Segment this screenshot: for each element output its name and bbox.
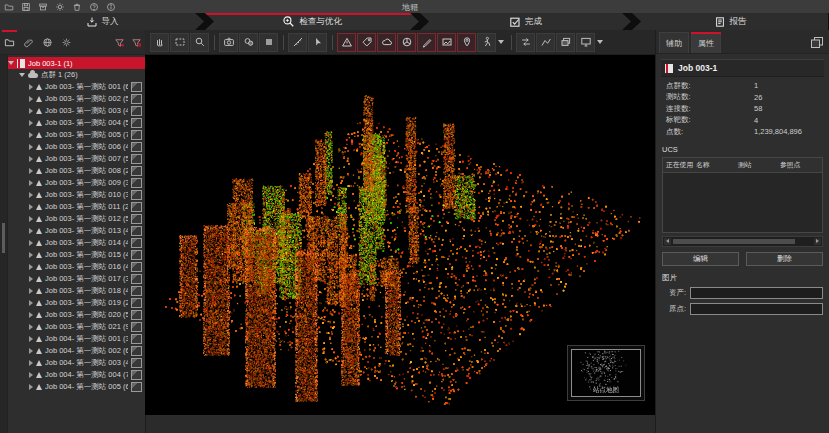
image-thumbnail-icon[interactable]	[131, 82, 142, 92]
tree-station-row[interactable]: Job 004- 第一测站 002 (6)	[8, 345, 145, 357]
caret-collapsed-icon[interactable]	[29, 300, 33, 306]
caret-collapsed-icon[interactable]	[29, 168, 33, 174]
image-thumbnail-icon[interactable]	[131, 346, 142, 356]
caret-collapsed-icon[interactable]	[29, 336, 33, 342]
image-thumbnail-icon[interactable]	[131, 310, 142, 320]
caret-collapsed-icon[interactable]	[29, 144, 33, 150]
tree-station-row[interactable]: Job 003- 第一测站 009 (3)	[8, 177, 145, 189]
tab-properties[interactable]: 属性	[691, 32, 721, 53]
tree-scrollbar-thumb[interactable]	[2, 223, 5, 253]
image-thumbnail-icon[interactable]	[131, 94, 142, 104]
caret-collapsed-icon[interactable]	[29, 288, 33, 294]
delete-trash-icon[interactable]	[68, 0, 85, 13]
tree-station-row[interactable]: Job 003- 第一测站 019 (2)	[8, 297, 145, 309]
screen-capture-icon[interactable]	[576, 33, 595, 52]
settings-tab-icon[interactable]	[57, 30, 76, 54]
delete-button[interactable]: 删除	[746, 252, 823, 266]
image-thumbnail-icon[interactable]	[131, 142, 142, 152]
tree-station-row[interactable]: Job 003- 第一测站 006 (4)	[8, 141, 145, 153]
cube-view-icon[interactable]	[259, 33, 278, 52]
caret-collapsed-icon[interactable]	[29, 216, 33, 222]
tree-station-row[interactable]: Job 003- 第一测站 007 (5)	[8, 153, 145, 165]
caret-collapsed-icon[interactable]	[29, 204, 33, 210]
caret-collapsed-icon[interactable]	[29, 228, 33, 234]
mark-issue-icon[interactable]	[337, 33, 356, 52]
tree-station-row[interactable]: Job 003- 第一测站 010 (3)	[8, 189, 145, 201]
settings-gear-icon[interactable]	[51, 0, 68, 13]
snapshot-camera-icon[interactable]	[219, 33, 238, 52]
minimap-panel[interactable]: 站点地图	[567, 345, 645, 401]
project-tree-tab-icon[interactable]	[0, 30, 19, 54]
workflow-stage-inspect[interactable]: 检查与优化	[205, 13, 419, 30]
pan-icon[interactable]	[150, 33, 169, 52]
image-annotation-icon[interactable]	[437, 33, 456, 52]
filter-image-icon[interactable]	[128, 30, 145, 54]
caret-collapsed-icon[interactable]	[29, 360, 33, 366]
open-project-icon[interactable]	[0, 0, 17, 13]
screen-capture-dropdown-icon[interactable]	[597, 40, 603, 44]
image-thumbnail-icon[interactable]	[131, 238, 142, 248]
geotag-icon[interactable]	[457, 33, 476, 52]
tree-station-row[interactable]: Job 003- 第一测站 014 (4)	[8, 237, 145, 249]
info-icon[interactable]	[102, 0, 119, 13]
image-thumbnail-icon[interactable]	[131, 274, 142, 284]
caret-expanded-icon[interactable]	[19, 73, 25, 77]
workflow-stage-report[interactable]: 报告	[632, 13, 828, 30]
scrollbar-thumb[interactable]	[673, 239, 795, 244]
scroll-right-icon[interactable]	[814, 238, 821, 245]
image-thumbnail-icon[interactable]	[131, 214, 142, 224]
tree-group-row[interactable]: 点群 1 (26)	[8, 69, 145, 81]
tree-station-row[interactable]: Job 004- 第一测站 004 (7)	[8, 369, 145, 381]
overlap-images-icon[interactable]	[556, 33, 575, 52]
image-thumbnail-icon[interactable]	[131, 166, 142, 176]
caret-collapsed-icon[interactable]	[29, 276, 33, 282]
link-tab-icon[interactable]	[19, 30, 38, 54]
walkthrough-dropdown-icon[interactable]	[498, 40, 504, 44]
tree-station-row[interactable]: Job 003- 第一测站 004 (5)	[8, 117, 145, 129]
caret-collapsed-icon[interactable]	[29, 84, 33, 90]
tree-station-row[interactable]: Job 004- 第一测站 003 (4)	[8, 357, 145, 369]
caret-collapsed-icon[interactable]	[29, 192, 33, 198]
tree-scrollbar[interactable]	[0, 55, 8, 433]
caret-collapsed-icon[interactable]	[29, 264, 33, 270]
edit-button[interactable]: 编辑	[662, 252, 739, 266]
panel-layout-icon[interactable]	[808, 32, 826, 53]
tree-station-row[interactable]: Job 003- 第一测站 005 (7)	[8, 129, 145, 141]
image-thumbnail-icon[interactable]	[131, 370, 142, 380]
image-thumbnail-icon[interactable]	[131, 382, 142, 392]
caret-collapsed-icon[interactable]	[29, 156, 33, 162]
ucs-horizontal-scrollbar[interactable]	[662, 236, 823, 247]
image-thumbnail-icon[interactable]	[131, 226, 142, 236]
image-thumbnail-icon[interactable]	[131, 298, 142, 308]
tree-station-row[interactable]: Job 003- 第一测站 017 (3)	[8, 273, 145, 285]
web-tab-icon[interactable]	[38, 30, 57, 54]
image-thumbnail-icon[interactable]	[131, 190, 142, 200]
image-thumbnail-icon[interactable]	[131, 286, 142, 296]
measure-icon[interactable]	[288, 33, 307, 52]
caret-collapsed-icon[interactable]	[29, 96, 33, 102]
swap-icon[interactable]	[516, 33, 535, 52]
image-thumbnail-icon[interactable]	[131, 250, 142, 260]
asset-field[interactable]	[690, 287, 823, 299]
image-thumbnail-icon[interactable]	[131, 118, 142, 128]
render-spheres-icon[interactable]	[239, 33, 258, 52]
save-project-icon[interactable]	[17, 0, 34, 13]
draw-pencil-icon[interactable]	[417, 33, 436, 52]
image-thumbnail-icon[interactable]	[131, 334, 142, 344]
limit-sphere-icon[interactable]	[397, 33, 416, 52]
ucs-table[interactable]: 正在使用 名称 测站 参照点	[662, 157, 823, 233]
caret-collapsed-icon[interactable]	[29, 108, 33, 114]
tree-root-row[interactable]: Job 003-1 (1)	[8, 57, 145, 69]
image-thumbnail-icon[interactable]	[131, 358, 142, 368]
tree-station-row[interactable]: Job 003- 第一测站 015 (4)	[8, 249, 145, 261]
window-select-icon[interactable]	[170, 33, 189, 52]
image-thumbnail-icon[interactable]	[131, 262, 142, 272]
tree-station-row[interactable]: Job 003- 第一测站 003 (4)	[8, 105, 145, 117]
image-thumbnail-icon[interactable]	[131, 202, 142, 212]
caret-collapsed-icon[interactable]	[29, 324, 33, 330]
origin-field[interactable]	[690, 303, 823, 315]
tree-station-row[interactable]: Job 003- 第一测站 001 (6)	[8, 81, 145, 93]
caret-collapsed-icon[interactable]	[29, 132, 33, 138]
image-thumbnail-icon[interactable]	[131, 154, 142, 164]
tag-icon[interactable]	[357, 33, 376, 52]
